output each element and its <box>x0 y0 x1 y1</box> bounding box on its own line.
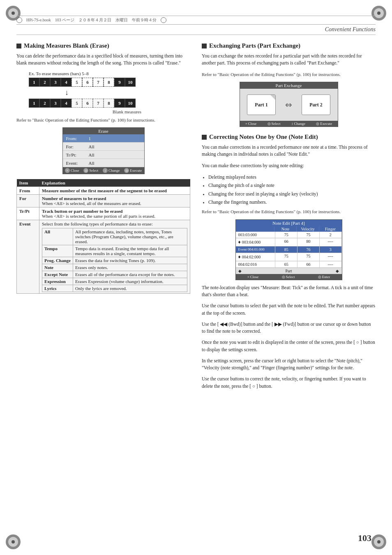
measure-cell-blank: 7 <box>93 99 104 108</box>
pe-screen-body: Part 1 ⇔ Part 2 <box>240 89 338 121</box>
measure-diagram: Ex. To erase measures (bars) 5–8 1 2 3 4… <box>29 71 190 114</box>
event-sub-table: All All performance data, including note… <box>42 228 187 292</box>
table-row: From Measure number of the first measure… <box>17 187 190 195</box>
measure-cell-blank: 5 <box>71 99 82 108</box>
execute-icon: ◎ <box>316 122 319 126</box>
measure-cell: 3 <box>50 78 61 87</box>
left-column: Making Measures Blank (Erase) You can de… <box>16 42 190 394</box>
note-edit-can-make: You can make these corrections by using … <box>202 162 376 169</box>
close-button[interactable]: ×Close <box>65 168 79 173</box>
change-icon: ↕ <box>291 122 293 126</box>
erase-screen-buttons: ×Close ◎Select ↕Change ◎Execute <box>63 167 144 174</box>
ne-data-row-highlighted: Event 004:01:000 85 76 3 <box>236 246 342 253</box>
section-title-square-3 <box>202 135 207 140</box>
crosshair-icon <box>16 17 22 23</box>
measure-cell: 7 <box>93 78 104 87</box>
ne-screen-buttons: ×Close ◎Select ◎Enter <box>236 274 342 280</box>
description-4: Once the note you want to edit is displa… <box>202 339 376 353</box>
change-icon: ↕ <box>103 168 108 173</box>
measure-cell: 4 <box>61 78 71 87</box>
before-measure-row: 1 2 3 4 5 6 7 8 9 10 <box>29 78 190 87</box>
table-cell-item: Tr/Pt <box>17 207 39 220</box>
erase-row-event: Event: All <box>63 159 144 167</box>
table-cell-explanation: Measure number of the first measure of t… <box>39 187 190 195</box>
sub-table-label: Prog. Change <box>42 257 73 264</box>
sub-table-text: Erases only notes. <box>73 264 187 271</box>
table-cell-explanation: Number of measures to be erased When <Al… <box>39 195 190 207</box>
sub-table-text: Erases all of the performance dara excep… <box>73 271 187 278</box>
ne-nav-row: ◆ Part ◆ <box>236 268 342 274</box>
ne-finger: ---- <box>320 253 342 261</box>
ne-screen-title: Note Edit [Part 4] <box>236 220 342 226</box>
description-1: The note-location display uses "Measure:… <box>202 284 376 299</box>
header-bar: HPi-7S-e.book 103 ページ ２０８年４月２日 水曜日 午前９時４… <box>16 16 376 25</box>
description-6: Use the cursor buttons to correct the no… <box>202 375 376 390</box>
sub-table-row: All All performance data, including note… <box>42 228 187 245</box>
erase-row-for: For: All <box>63 143 144 151</box>
page-title: Convenient Functions <box>16 26 376 35</box>
ne-note: 66 <box>275 238 297 246</box>
ne-header-finger: Finger <box>319 226 342 232</box>
pe-screen-buttons: ×Close ◎Select ↕Change ◎Execute <box>240 121 338 127</box>
ne-data-row: ♦004:02:000 75 75 ---- <box>236 253 342 261</box>
select-button[interactable]: ◎Select <box>83 168 98 173</box>
execute-button[interactable]: ◎Execute <box>124 168 142 173</box>
pe-part2-box: Part 2 <box>302 94 330 115</box>
select-icon: ◎ <box>83 168 88 173</box>
crosshair-icon-right <box>161 17 166 23</box>
table-header-item: Item <box>17 179 39 187</box>
measure-cell: 2 <box>39 99 50 108</box>
ne-velocity: 80 <box>297 238 320 246</box>
ne-finger: ---- <box>320 261 342 267</box>
note-edit-refer: Refer to "Basic Operation of the Editing… <box>202 208 376 215</box>
sub-table-row: Expression Erases Expression (volume cha… <box>42 278 187 285</box>
section-title-square-2 <box>202 44 207 48</box>
ne-part-label: Part <box>285 269 292 273</box>
ne-velocity: 75 <box>297 232 320 238</box>
measure-cell: 5 <box>71 78 82 87</box>
erase-screen-title: Erase <box>63 128 144 134</box>
select-icon: ◎ <box>267 122 271 126</box>
ne-select-button[interactable]: ◎Select <box>282 275 295 279</box>
measure-cell: 10 <box>125 99 136 108</box>
ne-time: ♦003:04:000 <box>236 238 276 246</box>
table-cell-item: Event <box>17 220 39 294</box>
two-column-layout: Making Measures Blank (Erase) You can de… <box>16 42 376 394</box>
ne-close-button[interactable]: ×Close <box>247 275 259 279</box>
measure-cell-blank: 8 <box>104 99 114 108</box>
sub-table-label: All <box>42 228 73 245</box>
sub-table-label: Tempo <box>42 245 73 257</box>
pe-execute-button[interactable]: ◎Execute <box>316 122 332 126</box>
ne-data-row: 003:03:000 75 75 2 <box>236 232 342 238</box>
right-column: Exchanging Parts (Part Exchange) You can… <box>202 42 376 394</box>
enter-icon: ◎ <box>318 275 321 279</box>
erase-row-from: From: 1 <box>63 134 144 143</box>
sub-table-label: Lyrics <box>42 285 73 292</box>
arrow-row: ↓ <box>29 88 190 97</box>
sub-table-text: Only the lyrics are removed. <box>73 285 187 292</box>
pe-close-button[interactable]: ×Close <box>245 122 257 126</box>
ne-enter-button[interactable]: ◎Enter <box>318 275 330 279</box>
header-meta-text: HPi-7S-e.book 103 ページ ２０８年４月２日 水曜日 午前９時４… <box>26 17 157 23</box>
page-number: 103 <box>358 533 371 543</box>
measure-cell: 9 <box>114 78 125 87</box>
ne-data-row: ♦003:04:000 66 80 ---- <box>236 238 342 246</box>
pe-change-button[interactable]: ↕Change <box>291 122 305 126</box>
close-icon: × <box>247 275 249 279</box>
ne-left-arrow: ◆ <box>238 269 242 273</box>
header-meta: HPi-7S-e.book 103 ページ ２０８年４月２日 水曜日 午前９時４… <box>16 17 376 23</box>
part-exchange-screen: Part Exchange Part 1 ⇔ Part 2 ×Close ◎ <box>240 82 338 127</box>
ne-note: 75 <box>275 232 297 238</box>
measure-cell: 10 <box>125 78 136 87</box>
pe-select-button[interactable]: ◎Select <box>267 122 281 126</box>
measure-cell: 1 <box>29 78 39 87</box>
change-button[interactable]: ↕Change <box>103 168 120 173</box>
sub-table-row: Note Erases only notes. <box>42 264 187 271</box>
ne-velocity: 66 <box>297 261 320 267</box>
ne-header-time <box>236 226 274 232</box>
sub-table-text: Erases Expression (volume change) inform… <box>73 278 187 285</box>
pe-part1-box: Part 1 <box>247 94 276 115</box>
ne-header-row: Note Velocity Finger <box>236 226 342 232</box>
erase-data-table: Item Explanation From Measure number of … <box>16 179 190 294</box>
sub-table-label: Note <box>42 264 73 271</box>
